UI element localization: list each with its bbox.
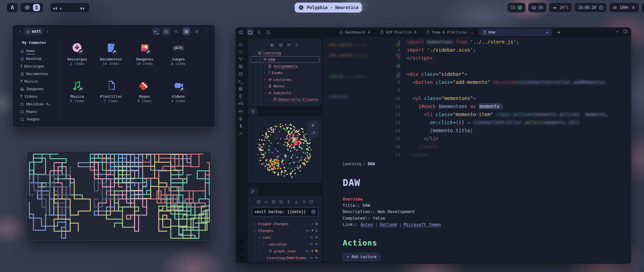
ribbon-book-button[interactable] (235, 93, 246, 100)
note-link-microsoft-teams[interactable]: Microsoft Teams (404, 222, 441, 227)
nav-panel-left-button[interactable] (237, 29, 245, 36)
explorer-folder-plus-button[interactable] (278, 42, 283, 47)
ribbon-table-button[interactable] (235, 85, 246, 93)
git-plus-circle-button[interactable] (271, 199, 276, 204)
tree-item-notes[interactable]: Notes (248, 83, 321, 90)
launcher-button[interactable]: Λ (7, 3, 18, 13)
back-button[interactable] (17, 28, 23, 35)
ribbon-git-fork-button[interactable] (235, 55, 246, 63)
tree-item-desarrollo-cliente[interactable]: Desarrollo-Cliente (248, 96, 321, 103)
ribbon-tools-button[interactable] (235, 130, 246, 137)
sidebar-item-imagenes[interactable]: Imagenes (17, 85, 58, 93)
sidebar-item-repos[interactable]: Repos (17, 108, 58, 116)
explorer-collapse-button[interactable] (295, 42, 299, 47)
tab-asp-practice-6[interactable]: ASP Practice 6 (376, 28, 420, 36)
tree-item-daw[interactable]: DAW (248, 56, 321, 63)
widget-volume[interactable]: 100% (609, 3, 639, 13)
folder-repos[interactable]: Repos 6 items (128, 79, 162, 116)
git-row-staged-changes[interactable]: Staged Changes —0 (248, 220, 321, 227)
action-button---add-lecture[interactable]: + Add Lecture (343, 253, 381, 261)
note-link-outlook[interactable]: Outlook (380, 222, 397, 227)
breadcrumb[interactable]: matt (23, 28, 44, 35)
sidebar-item-juegos[interactable]: Juegos (17, 116, 58, 123)
chev-d-button[interactable] (615, 29, 620, 34)
ribbon-file-search-button[interactable] (235, 115, 246, 122)
git-download-tray-button[interactable] (294, 199, 298, 204)
taskbar-app-firefox[interactable] (24, 4, 31, 11)
forward-button[interactable] (44, 28, 51, 35)
ribbon-terminal-button[interactable]: >_ (235, 78, 246, 85)
sidebar-item-documentos[interactable]: Documentos (17, 70, 58, 78)
graph-view-panel[interactable]: ⚙ (248, 117, 321, 183)
ribbon-home-button[interactable] (235, 41, 246, 48)
commit-message-input[interactable] (252, 207, 318, 216)
sidebar-root[interactable]: My Computer (17, 41, 58, 45)
graph-wand-button[interactable] (311, 130, 315, 135)
code-editor[interactable]: 3import mementoes from '../../store.js';… (324, 38, 626, 159)
folder-videos[interactable]: Videos 4 items (162, 79, 195, 116)
folder-plus-button[interactable] (163, 28, 170, 35)
git-row-root[interactable]: root + (248, 234, 321, 241)
widget-keyboard[interactable]: US (528, 3, 547, 13)
git-refresh-button[interactable] (309, 199, 313, 204)
tab-tema-6-pr-cticas---[interactable]: Tema 6 Prácticas -… (422, 28, 477, 36)
dots-button[interactable] (203, 28, 210, 35)
folder-musica[interactable]: Musica 6 items (60, 79, 94, 116)
grid-button[interactable] (183, 28, 190, 35)
ribbon-gear-button[interactable]: ⚙ (235, 254, 246, 261)
widget-updates[interactable]: 11 (507, 3, 526, 13)
note-breadcrumb[interactable]: Learning/DAW (343, 162, 619, 166)
git-row-graph-json[interactable]: graph.json +M (248, 248, 321, 254)
folder-imagenes[interactable]: Imagenes 10 items (128, 42, 162, 79)
git-commit-up-button[interactable] (256, 199, 261, 204)
search-button[interactable] (173, 28, 180, 35)
tree-item-subjects[interactable]: Subjects (248, 90, 321, 96)
git-row-changes[interactable]: Changes +2 (248, 227, 321, 234)
folder-descargas[interactable]: Descargas 2 items (60, 42, 94, 79)
tree-item-learning[interactable]: Learning (248, 50, 321, 56)
tab-daw[interactable]: DAW × (479, 28, 552, 36)
sidebar-item-obsidianv[interactable]: Obsidian V… (17, 100, 58, 108)
nav-folder-button[interactable] (247, 29, 254, 36)
sidebar-item-desktop[interactable]: Desktop (17, 55, 58, 63)
note-link-aules[interactable]: Aules (361, 222, 373, 227)
git-panel-tab[interactable] (248, 187, 258, 195)
nav-bookmark-button[interactable] (265, 29, 272, 36)
ribbon-calendar-button[interactable] (235, 70, 246, 78)
ribbon-gamepad-button[interactable] (235, 108, 246, 115)
git-upload-button[interactable] (287, 199, 291, 204)
ribbon-search-button[interactable] (235, 48, 246, 56)
git-list-button[interactable] (302, 199, 306, 204)
sidebar-item-musica[interactable]: ?Musica (17, 78, 58, 85)
tree-item-lectures[interactable]: Lectures (248, 76, 321, 83)
ribbon-code-button[interactable]: <% (235, 100, 246, 108)
widget-weather[interactable]: 24°C (549, 3, 572, 13)
explorer-edit-button[interactable] (270, 42, 275, 47)
graph-panel-tab[interactable] (248, 108, 258, 115)
ribbon-dashboard-button[interactable] (235, 63, 246, 71)
sidebar-item-descargas[interactable]: ?Descargas (17, 63, 58, 70)
git-row-learning-daw-exams[interactable]: Learning/DAW/Exams + (248, 254, 321, 261)
git-row--obsidian[interactable]: .obsidian + (248, 241, 321, 248)
list-button[interactable] (193, 28, 200, 35)
ribbon-vault-button[interactable] (235, 239, 246, 247)
terminal-button[interactable]: >_ (152, 28, 160, 35)
taskbar-apps[interactable] (20, 3, 44, 13)
widget-notifications[interactable]: 24 (641, 3, 644, 13)
close-tab-icon[interactable]: × (546, 30, 548, 35)
tree-item-exams[interactable]: ! Exams (248, 70, 321, 76)
sidebar-item-home[interactable]: Home (17, 48, 58, 55)
git-minus-circle-button[interactable] (279, 199, 283, 204)
folder-juegos[interactable]: Juegos 8 items (162, 42, 195, 79)
music-widget[interactable]: Polyphia - Neurotica (295, 3, 362, 13)
widget-clock[interactable]: 18:08:28 (574, 3, 607, 13)
sidebar-item-videos[interactable]: ?Videos (17, 93, 58, 100)
folder-plantillas[interactable]: Plantillas 7 items (94, 79, 128, 116)
git-check-button[interactable] (264, 199, 268, 204)
graph-gear-button[interactable]: ⚙ (312, 123, 314, 128)
taskbar-app-doc-app[interactable] (33, 4, 40, 11)
ribbon-dollar-button[interactable]: $ (235, 122, 246, 130)
folder-documentos[interactable]: Documentos 14 items (94, 42, 128, 79)
new-tab-button[interactable]: + (555, 29, 562, 36)
clear-message-icon[interactable]: × (311, 210, 316, 214)
